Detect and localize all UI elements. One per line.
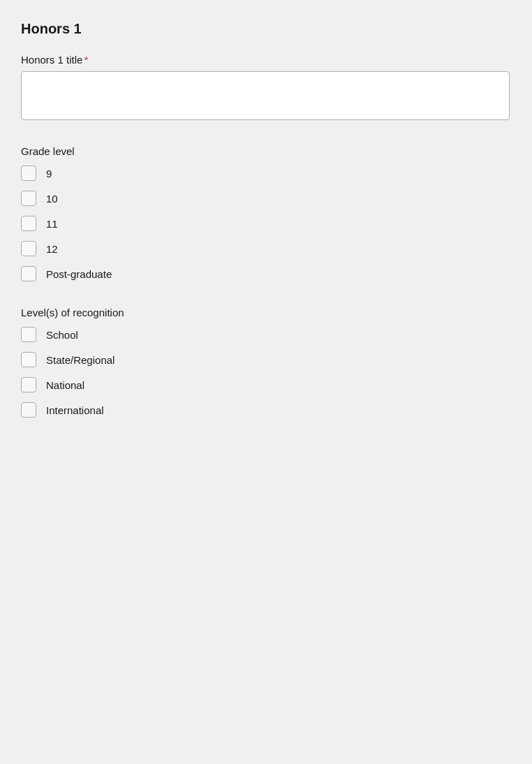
rec-national-item[interactable]: National (21, 377, 511, 392)
grade-9-checkbox[interactable] (21, 166, 36, 181)
rec-international-checkbox[interactable] (21, 402, 36, 418)
rec-national-checkbox[interactable] (21, 377, 36, 392)
rec-state-checkbox[interactable] (21, 352, 36, 367)
recognition-level-label: Level(s) of recognition (21, 307, 511, 318)
grade-10-item[interactable]: 10 (21, 191, 511, 206)
rec-international-label: International (46, 404, 104, 416)
grade-level-label: Grade level (21, 145, 511, 157)
rec-international-item[interactable]: International (21, 402, 511, 418)
grade-12-checkbox[interactable] (21, 241, 36, 256)
grade-10-checkbox[interactable] (21, 191, 36, 206)
grade-9-item[interactable]: 9 (21, 166, 511, 181)
grade-postgrad-item[interactable]: Post-graduate (21, 266, 511, 281)
honors-title-input[interactable] (21, 71, 510, 120)
grade-12-label: 12 (46, 243, 58, 255)
recognition-level-group: Level(s) of recognition School State/Reg… (21, 307, 511, 418)
section-title: Honors 1 (21, 21, 511, 37)
recognition-level-checkboxes: School State/Regional National Internati… (21, 327, 511, 418)
grade-level-checkboxes: 9 10 11 12 Post-graduate (21, 166, 511, 281)
grade-11-label: 11 (46, 218, 58, 230)
grade-level-group: Grade level 9 10 11 12 Post-graduate (21, 145, 511, 281)
grade-postgrad-checkbox[interactable] (21, 266, 36, 281)
rec-school-label: School (46, 329, 78, 341)
rec-school-checkbox[interactable] (21, 327, 36, 342)
rec-national-label: National (46, 379, 84, 391)
honors-title-label: Honors 1 title* (21, 54, 511, 66)
grade-postgrad-label: Post-graduate (46, 268, 112, 280)
grade-12-item[interactable]: 12 (21, 241, 511, 256)
grade-10-label: 10 (46, 193, 58, 205)
rec-state-label: State/Regional (46, 354, 114, 366)
grade-11-checkbox[interactable] (21, 216, 36, 231)
honors-title-field-group: Honors 1 title* (21, 54, 511, 120)
rec-school-item[interactable]: School (21, 327, 511, 342)
grade-11-item[interactable]: 11 (21, 216, 511, 231)
required-indicator: * (84, 54, 88, 66)
grade-9-label: 9 (46, 168, 52, 179)
rec-state-item[interactable]: State/Regional (21, 352, 511, 367)
